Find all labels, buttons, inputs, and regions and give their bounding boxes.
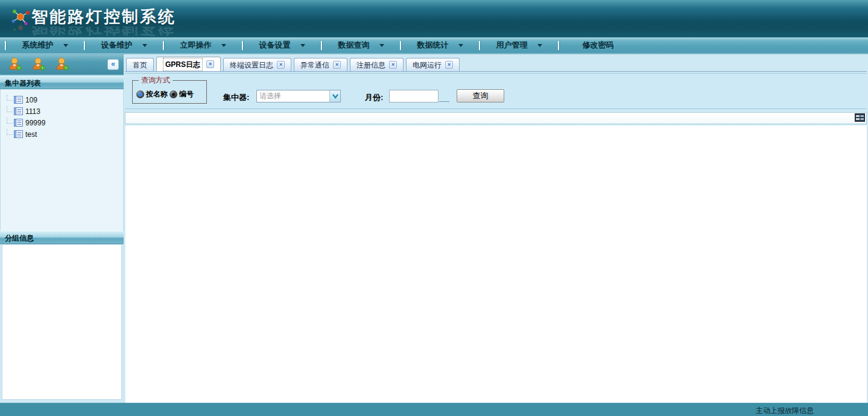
- chevron-down-icon: [537, 44, 542, 47]
- menu-separator: [242, 41, 243, 50]
- month-input[interactable]: [389, 90, 439, 102]
- concentrator-node-icon: [14, 96, 23, 104]
- tree-item-concentrator[interactable]: 109: [7, 94, 123, 106]
- content-region: 首页 GPRS日志 × 终端设置日志 × 异常通信 × 注册信息 × 电网运行 …: [124, 54, 868, 403]
- chevron-down-icon: [300, 44, 305, 47]
- status-message[interactable]: 主动上报故障信息: [756, 406, 814, 416]
- concentrator-label: 集中器:: [223, 92, 249, 103]
- tree-item-concentrator[interactable]: 1113: [7, 106, 123, 117]
- main-region: « 集中器列表 109 1113: [0, 54, 868, 403]
- menu-item-user-management[interactable]: 用户管理: [481, 37, 557, 53]
- grid-toolbar: [125, 112, 867, 124]
- chevron-down-icon: [221, 44, 226, 47]
- app-header: 智能路灯控制系统 智能路灯控制系统: [0, 0, 868, 37]
- tabstrip: 首页 GPRS日志 × 终端设置日志 × 异常通信 × 注册信息 × 电网运行 …: [125, 54, 867, 72]
- menu-separator: [163, 41, 164, 50]
- concentrator-select[interactable]: 请选择: [256, 90, 341, 102]
- query-mode-legend: 查询方式: [139, 75, 173, 86]
- menu-separator: [479, 41, 480, 50]
- tab-home[interactable]: 首页: [126, 58, 154, 71]
- radio-by-number-label: 编号: [179, 89, 194, 99]
- chevron-down-icon: [63, 44, 68, 47]
- concentrator-list-header[interactable]: 集中器列表: [0, 76, 124, 89]
- tab-abnormal-communication[interactable]: 异常通信 ×: [294, 58, 347, 71]
- sidebar-collapse-button[interactable]: «: [107, 59, 119, 70]
- tab-gprs-log[interactable]: GPRS日志 ×: [156, 57, 221, 71]
- menu-item-data-query[interactable]: 数据查询: [323, 37, 399, 53]
- add-user-icon[interactable]: [31, 57, 46, 73]
- tab-close-icon[interactable]: ×: [277, 61, 285, 69]
- concentrator-tree: 109 1113 99999: [0, 89, 124, 231]
- sidebar: « 集中器列表 109 1113: [0, 54, 124, 403]
- tab-terminal-settings-log[interactable]: 终端设置日志 ×: [223, 58, 291, 71]
- menu-item-immediate-operation[interactable]: 立即操作: [165, 37, 241, 53]
- result-work-area: [125, 125, 867, 403]
- tab-close-icon[interactable]: ×: [445, 61, 453, 69]
- combo-dropdown-icon[interactable]: [329, 90, 340, 102]
- concentrator-node-icon: [14, 107, 23, 115]
- menu-item-device-maintenance[interactable]: 设备维护: [86, 37, 162, 53]
- tab-grid-operation[interactable]: 电网运行 ×: [406, 58, 460, 71]
- chevron-down-icon: [379, 44, 384, 47]
- menu-separator: [84, 41, 85, 50]
- statusbar: 主动上报故障信息: [0, 403, 868, 416]
- add-user-icon[interactable]: [8, 57, 23, 73]
- menu-separator: [400, 41, 401, 50]
- concentrator-select-value: 请选择: [257, 91, 329, 101]
- radio-by-name[interactable]: [136, 90, 144, 98]
- app-logo-molecule-icon: [10, 7, 33, 33]
- tree-item-concentrator[interactable]: 99999: [7, 117, 123, 128]
- radio-by-name-label: 按名称: [146, 89, 168, 99]
- tab-registration-info[interactable]: 注册信息 ×: [350, 58, 404, 71]
- menu-item-device-settings[interactable]: 设备设置: [244, 37, 320, 53]
- group-info-panel: [2, 244, 122, 400]
- search-button[interactable]: 查询: [457, 89, 504, 102]
- query-panel: 查询方式 按名称 编号 集中器: 请选择 月份: 查询: [125, 73, 867, 109]
- tab-close-icon[interactable]: ×: [206, 60, 214, 68]
- sidebar-toolbar: «: [0, 54, 124, 76]
- menu-separator: [558, 41, 559, 50]
- month-label: 月份:: [365, 92, 383, 103]
- menu-item-data-statistics[interactable]: 数据统计: [402, 37, 478, 53]
- app-title-reflection: 智能路灯控制系统: [31, 27, 176, 37]
- radio-by-number[interactable]: [169, 90, 177, 98]
- tab-close-icon[interactable]: ×: [389, 61, 397, 69]
- menu-separator: [321, 41, 322, 50]
- menu-item-change-password[interactable]: 修改密码: [560, 37, 636, 53]
- month-input-underline: [439, 101, 449, 102]
- tab-close-icon[interactable]: ×: [333, 61, 341, 69]
- concentrator-node-icon: [14, 119, 23, 127]
- concentrator-node-icon: [14, 130, 23, 138]
- main-menubar: 系统维护 设备维护 立即操作 设备设置 数据查询 数据统计 用户管理 修改密码: [0, 37, 868, 54]
- chevron-down-icon: [458, 44, 463, 47]
- grid-columns-icon[interactable]: [855, 113, 865, 124]
- tree-item-concentrator[interactable]: test: [7, 128, 123, 140]
- group-info-header[interactable]: 分组信息: [0, 231, 124, 244]
- menu-separator: [5, 41, 6, 50]
- query-mode-fieldset: 查询方式 按名称 编号: [132, 75, 207, 104]
- chevron-down-icon: [142, 44, 147, 47]
- menu-item-system-maintenance[interactable]: 系统维护: [7, 37, 83, 53]
- app-title: 智能路灯控制系统: [31, 6, 176, 28]
- add-user-icon[interactable]: [55, 57, 70, 73]
